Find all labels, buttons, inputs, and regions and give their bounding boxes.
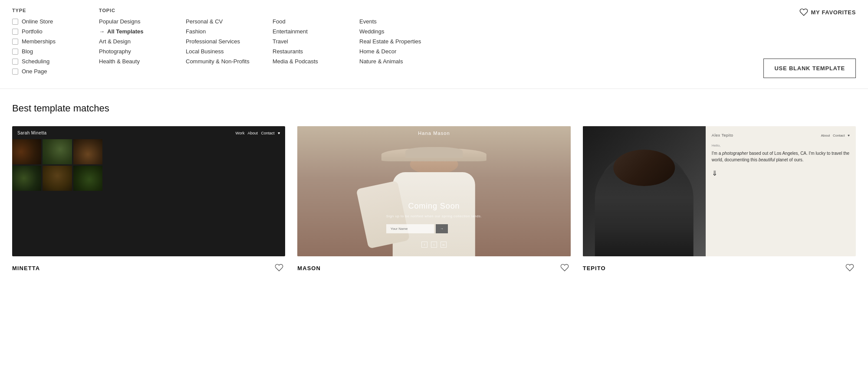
- topic-events[interactable]: Events: [359, 18, 437, 25]
- topic-professional-services[interactable]: Professional Services: [186, 38, 264, 45]
- topic-art-design[interactable]: Art & Design: [99, 38, 177, 45]
- one-page-label: One Page: [22, 68, 47, 75]
- topic-header: TOPIC: [99, 8, 177, 13]
- topic-home-decor[interactable]: Home & Decor: [359, 48, 437, 55]
- blog-label: Blog: [22, 48, 33, 55]
- scheduling-label: Scheduling: [22, 58, 49, 65]
- food-cell-3: [73, 139, 102, 164]
- mason-brand-nav: Hana Mason: [418, 131, 450, 136]
- topic-real-estate[interactable]: Real Estate & Properties: [359, 38, 437, 45]
- minetta-nav-name: Sarah Minetta: [17, 131, 46, 135]
- minetta-footer: MINETTA: [12, 256, 285, 275]
- topic-photography[interactable]: Photography: [99, 48, 177, 55]
- filter-memberships[interactable]: Memberships: [12, 38, 90, 45]
- memberships-label: Memberships: [22, 38, 56, 45]
- mason-facebook-icon[interactable]: f: [421, 242, 427, 248]
- mason-instagram-icon[interactable]: in: [441, 242, 447, 248]
- portfolio-label: Portfolio: [22, 28, 43, 35]
- mason-heart-icon: [560, 263, 569, 272]
- tepito-favorite-button[interactable]: [844, 262, 856, 275]
- results-title: Best template matches: [12, 103, 856, 114]
- memberships-checkbox[interactable]: [12, 39, 18, 45]
- blog-checkbox[interactable]: [12, 49, 18, 55]
- topic-health-beauty[interactable]: Health & Beauty: [99, 58, 177, 65]
- minetta-favorite-button[interactable]: [273, 262, 285, 275]
- food-cell-4: [12, 166, 41, 191]
- template-card-mason: Hana Mason Coming Soon Sign up to be not…: [297, 126, 570, 275]
- topic-restaurants[interactable]: Restaurants: [273, 48, 351, 55]
- filter-scheduling[interactable]: Scheduling: [12, 58, 90, 65]
- tepito-heart-icon: [845, 263, 854, 272]
- results-section: Best template matches Sarah Minetta Work…: [0, 89, 868, 292]
- mason-input-row: →: [386, 224, 482, 233]
- tepito-bio: I'm a photographer based out of Los Ange…: [712, 150, 850, 163]
- food-cell-5: [43, 166, 72, 191]
- topic-col-4-wrapper: TOPIC Events Weddings Real Estate & Prop…: [359, 8, 446, 65]
- tepito-nav-links: About Contact ♥: [821, 134, 850, 137]
- topic-col-3: Food Entertainment Travel Restaurants Me…: [273, 18, 351, 65]
- filter-area: MY FAVORITES USE BLANK TEMPLATE TYPE Onl…: [0, 0, 868, 89]
- tepito-nav-name: Alex Tepito: [712, 133, 733, 137]
- favorites-label: MY FAVORITES: [811, 9, 856, 16]
- topic-media-podcasts[interactable]: Media & Podcasts: [273, 58, 351, 65]
- online-store-label: Online Store: [22, 18, 53, 25]
- topic-col-1: Popular Designs All Templates Art & Desi…: [99, 18, 177, 65]
- tepito-footer: TEPITO: [583, 256, 856, 275]
- mason-email-input[interactable]: [386, 224, 434, 233]
- filter-portfolio[interactable]: Portfolio: [12, 28, 90, 35]
- mason-subtitle: Sign up to be notified when our spring c…: [386, 214, 482, 218]
- topic-popular-designs[interactable]: Popular Designs: [99, 18, 177, 25]
- mason-hat-crown: [405, 147, 463, 158]
- topic-local-business[interactable]: Local Business: [186, 48, 264, 55]
- topic-filter-cols: TOPIC Popular Designs All Templates Art …: [99, 8, 856, 65]
- online-store-checkbox[interactable]: [12, 19, 18, 25]
- mason-favorite-button[interactable]: [559, 262, 571, 275]
- topic-personal-cv[interactable]: Personal & CV: [186, 18, 264, 25]
- tepito-hello: Hello,: [712, 144, 850, 147]
- topic-food[interactable]: Food: [273, 18, 351, 25]
- mason-coming-soon: Coming Soon: [386, 202, 482, 211]
- blank-template-button[interactable]: USE BLANK TEMPLATE: [763, 59, 856, 78]
- mason-social-icons: f t in: [421, 242, 447, 248]
- blank-template-label: USE BLANK TEMPLATE: [774, 65, 845, 72]
- mason-twitter-icon[interactable]: t: [431, 242, 437, 248]
- mason-submit-button[interactable]: →: [436, 224, 448, 233]
- template-preview-minetta[interactable]: Sarah Minetta Work About Contact ♥: [12, 126, 285, 256]
- food-cell-6: [73, 166, 102, 191]
- mason-footer: MASON: [297, 256, 570, 275]
- filter-blog[interactable]: Blog: [12, 48, 90, 55]
- one-page-checkbox[interactable]: [12, 69, 18, 75]
- topic-fashion[interactable]: Fashion: [186, 28, 264, 35]
- tepito-nav: Alex Tepito About Contact ♥: [712, 133, 850, 137]
- filter-one-page[interactable]: One Page: [12, 68, 90, 75]
- filter-online-store[interactable]: Online Store: [12, 18, 90, 25]
- topic-weddings[interactable]: Weddings: [359, 28, 437, 35]
- topic-col-2: Personal & CV Fashion Professional Servi…: [186, 18, 264, 65]
- favorites-button[interactable]: MY FAVORITES: [799, 8, 856, 16]
- mason-nav: Hana Mason: [297, 131, 570, 136]
- tepito-person-head: [613, 150, 675, 186]
- topic-community-nonprofits[interactable]: Community & Non-Profits: [186, 58, 264, 65]
- template-preview-tepito[interactable]: Alex Tepito About Contact ♥ Hello, I'm a…: [583, 126, 856, 256]
- topic-travel[interactable]: Travel: [273, 38, 351, 45]
- minetta-food-grid: [12, 126, 102, 191]
- template-preview-mason[interactable]: Hana Mason Coming Soon Sign up to be not…: [297, 126, 570, 256]
- minetta-nav: Sarah Minetta Work About Contact ♥: [12, 131, 285, 135]
- tepito-photo-left: [583, 126, 706, 256]
- mason-name: MASON: [297, 265, 321, 271]
- template-card-minetta: Sarah Minetta Work About Contact ♥ MINET…: [12, 126, 285, 275]
- tepito-right-content: Alex Tepito About Contact ♥ Hello, I'm a…: [706, 126, 856, 256]
- type-filter-col: TYPE Online Store Portfolio Memberships …: [12, 8, 99, 78]
- templates-grid: Sarah Minetta Work About Contact ♥ MINET…: [12, 126, 856, 275]
- tepito-name: TEPITO: [583, 265, 606, 271]
- scheduling-checkbox[interactable]: [12, 59, 18, 65]
- topic-entertainment[interactable]: Entertainment: [273, 28, 351, 35]
- heart-icon: [799, 8, 808, 16]
- portfolio-checkbox[interactable]: [12, 29, 18, 35]
- topic-col-4: Events Weddings Real Estate & Properties…: [359, 18, 437, 65]
- topic-header-label: TOPIC Popular Designs All Templates Art …: [99, 8, 186, 65]
- topic-all-templates[interactable]: All Templates: [99, 28, 177, 35]
- topic-nature-animals[interactable]: Nature & Animals: [359, 58, 437, 65]
- minetta-nav-links: Work About Contact ♥: [236, 131, 280, 135]
- type-header: TYPE: [12, 8, 90, 13]
